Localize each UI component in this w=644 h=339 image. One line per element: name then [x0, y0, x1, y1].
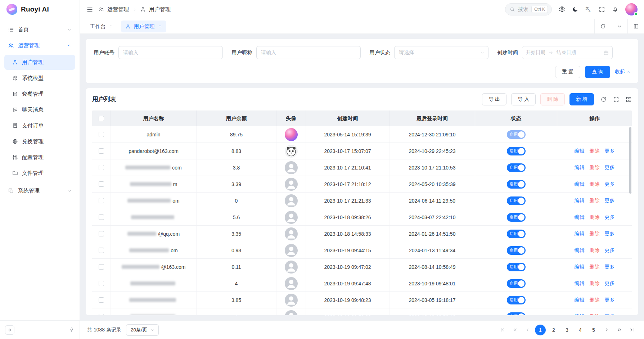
more-link[interactable]: 更多: [605, 231, 615, 237]
refresh-tab-icon[interactable]: [594, 19, 611, 33]
sidebar-item-chat-messages[interactable]: 聊天消息: [4, 102, 75, 117]
status-toggle[interactable]: 启用: [507, 246, 526, 255]
status-toggle[interactable]: 启用: [507, 196, 526, 205]
dark-mode-icon[interactable]: [572, 6, 578, 13]
status-toggle[interactable]: 启用: [507, 312, 526, 316]
status-toggle[interactable]: 启用: [507, 130, 526, 139]
table-scrollbar[interactable]: [629, 126, 632, 315]
status-toggle[interactable]: 启用: [507, 296, 526, 304]
notifications-icon[interactable]: [612, 6, 618, 13]
select-all-checkbox[interactable]: [99, 116, 104, 121]
status-toggle[interactable]: 启用: [507, 180, 526, 189]
status-toggle[interactable]: 启用: [507, 147, 526, 155]
delete-link[interactable]: 删除: [590, 198, 600, 204]
user-avatar[interactable]: [625, 3, 638, 15]
status-toggle[interactable]: 启用: [507, 263, 526, 271]
row-checkbox[interactable]: [99, 297, 104, 303]
reset-button[interactable]: 重 置: [555, 66, 580, 78]
edit-link[interactable]: 编辑: [575, 148, 585, 154]
column-settings-icon[interactable]: [626, 96, 632, 103]
more-link[interactable]: 更多: [605, 214, 615, 221]
edit-link[interactable]: 编辑: [575, 231, 585, 237]
jump-forward-button[interactable]: [614, 325, 624, 335]
row-checkbox[interactable]: [99, 198, 104, 203]
status-toggle[interactable]: 启用: [507, 163, 526, 172]
sidebar-item-home[interactable]: 首页: [4, 22, 75, 37]
page-number-2[interactable]: 2: [548, 325, 559, 335]
edit-link[interactable]: 编辑: [575, 280, 585, 287]
sidebar-item-config-management[interactable]: 配置管理: [4, 150, 75, 165]
delete-link[interactable]: 删除: [590, 297, 600, 303]
row-checkbox[interactable]: [99, 132, 104, 137]
fullscreen-table-icon[interactable]: [613, 96, 619, 103]
prev-page-button[interactable]: [522, 325, 532, 335]
more-link[interactable]: 更多: [605, 198, 615, 204]
row-checkbox[interactable]: [99, 148, 104, 154]
edit-link[interactable]: 编辑: [575, 198, 585, 204]
row-checkbox[interactable]: [99, 214, 104, 220]
more-link[interactable]: 更多: [605, 280, 615, 287]
tab-close-icon[interactable]: [158, 24, 162, 28]
sidebar-item-system-model[interactable]: 系统模型: [4, 71, 75, 86]
page-number-1[interactable]: 1: [535, 325, 546, 335]
next-page-button[interactable]: [602, 325, 612, 335]
sidebar-collapse-button[interactable]: [5, 325, 14, 335]
delete-link[interactable]: 删除: [590, 148, 600, 154]
delete-link[interactable]: 删除: [590, 231, 600, 237]
status-select[interactable]: 请选择: [394, 46, 488, 59]
row-checkbox[interactable]: [99, 165, 104, 170]
import-button[interactable]: 导 入: [511, 93, 536, 105]
row-checkbox[interactable]: [99, 248, 104, 253]
edit-link[interactable]: 编辑: [575, 313, 585, 316]
sidebar-item-user-management[interactable]: 用户管理: [4, 55, 75, 70]
global-search[interactable]: 搜索 Ctrl K: [505, 3, 552, 15]
refresh-table-icon[interactable]: [600, 96, 607, 103]
delete-button[interactable]: 删 除: [540, 93, 565, 105]
sidebar-item-payment-orders[interactable]: 支付订单: [4, 118, 75, 133]
delete-link[interactable]: 删除: [590, 280, 600, 287]
page-number-4[interactable]: 4: [575, 325, 586, 335]
more-link[interactable]: 更多: [605, 148, 615, 154]
hamburger-icon[interactable]: [86, 6, 93, 13]
edit-link[interactable]: 编辑: [575, 164, 585, 171]
jump-back-button[interactable]: [510, 325, 520, 335]
edit-link[interactable]: 编辑: [575, 247, 585, 254]
query-button[interactable]: 查 询: [585, 66, 610, 78]
scrollbar-thumb[interactable]: [629, 127, 631, 194]
maximize-content-icon[interactable]: [627, 19, 644, 33]
collapse-filters-link[interactable]: 收起: [615, 69, 630, 75]
sidebar-item-file-management[interactable]: 文件管理: [4, 166, 75, 181]
edit-link[interactable]: 编辑: [575, 264, 585, 270]
sidebar-item-package-management[interactable]: 套餐管理: [4, 86, 75, 101]
page-size-select[interactable]: 20条/页: [126, 324, 159, 336]
delete-link[interactable]: 删除: [590, 214, 600, 221]
delete-link[interactable]: 删除: [590, 264, 600, 270]
row-checkbox[interactable]: [99, 264, 104, 270]
delete-link[interactable]: 删除: [590, 313, 600, 316]
language-icon[interactable]: 文A: [585, 6, 592, 13]
row-checkbox[interactable]: [99, 231, 104, 236]
more-link[interactable]: 更多: [605, 164, 615, 171]
edit-link[interactable]: 编辑: [575, 181, 585, 187]
status-toggle[interactable]: 启用: [507, 230, 526, 238]
more-link[interactable]: 更多: [605, 313, 615, 316]
breadcrumb-item[interactable]: 用户管理: [149, 6, 171, 13]
nickname-input[interactable]: [256, 46, 361, 59]
fullscreen-icon[interactable]: [599, 6, 605, 13]
sidebar-item-operations[interactable]: 运营管理: [4, 37, 75, 53]
tab-workbench[interactable]: 工作台: [86, 21, 117, 32]
settings-icon[interactable]: [559, 6, 565, 13]
tab-user-management[interactable]: 用户管理: [121, 21, 166, 32]
row-checkbox[interactable]: [99, 181, 104, 187]
edit-link[interactable]: 编辑: [575, 297, 585, 303]
delete-link[interactable]: 删除: [590, 247, 600, 254]
status-toggle[interactable]: 启用: [507, 279, 526, 288]
first-page-button[interactable]: [497, 325, 507, 335]
add-button[interactable]: 新 增: [569, 93, 594, 105]
tabs-menu-icon[interactable]: [611, 19, 627, 33]
more-link[interactable]: 更多: [605, 181, 615, 187]
app-logo[interactable]: Ruoyi AI: [0, 0, 80, 19]
tab-close-icon[interactable]: [109, 24, 113, 28]
edit-link[interactable]: 编辑: [575, 214, 585, 221]
page-number-5[interactable]: 5: [588, 325, 599, 335]
